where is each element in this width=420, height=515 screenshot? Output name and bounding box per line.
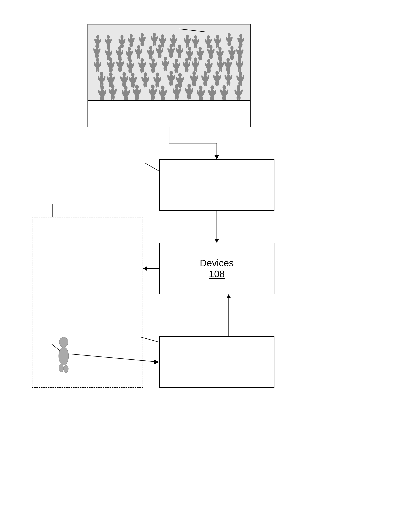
- devices-box: Devices108: [159, 243, 274, 294]
- devices-text: Devices108: [200, 258, 234, 280]
- svg-line-15: [141, 337, 159, 342]
- crowd-image: [88, 24, 250, 100]
- svg-marker-9: [226, 294, 231, 298]
- crowd-box: [88, 24, 251, 127]
- svg-marker-13: [154, 360, 159, 364]
- devices-label: Devices: [200, 258, 234, 268]
- crowd-label-box: [88, 100, 250, 128]
- uas-box: [32, 217, 143, 388]
- svg-marker-5: [214, 155, 219, 159]
- psm-box: [159, 336, 274, 388]
- app-hw-box: [159, 159, 274, 211]
- svg-marker-11: [143, 266, 147, 271]
- svg-line-1: [145, 163, 159, 171]
- devices-ref: 108: [209, 269, 225, 279]
- svg-marker-7: [214, 239, 219, 243]
